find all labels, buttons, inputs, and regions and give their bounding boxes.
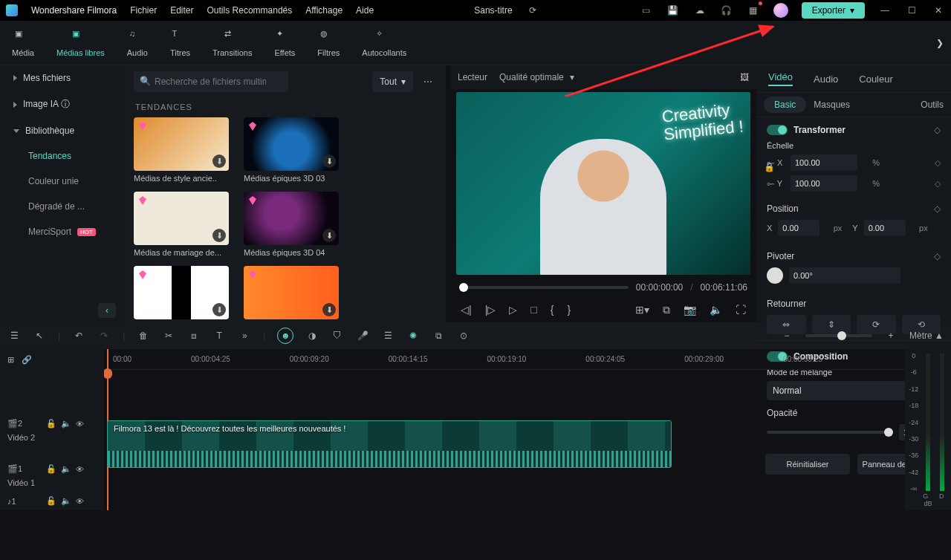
- zoom-in-icon[interactable]: +: [884, 329, 898, 342]
- align-icon[interactable]: ☰: [381, 329, 395, 342]
- mark-in-icon[interactable]: {: [551, 304, 554, 316]
- inspector-tab-audio[interactable]: Audio: [814, 74, 838, 85]
- video-preview[interactable]: CreativitySimplified !: [456, 92, 750, 275]
- nav-image-ia[interactable]: Image IA ⓘ: [0, 91, 125, 118]
- download-icon[interactable]: ⬇: [322, 154, 336, 168]
- shield-icon[interactable]: ⛉: [331, 329, 344, 342]
- inspector-tab-video[interactable]: Vidéo: [768, 71, 793, 86]
- more-tabs-icon[interactable]: ❯: [936, 38, 944, 48]
- document-title[interactable]: Sans-titre: [474, 5, 512, 16]
- meter-toggle[interactable]: Mètre ▲: [909, 331, 944, 341]
- link-icon[interactable]: 🔗: [22, 355, 32, 365]
- add-track-icon[interactable]: ⊞: [7, 355, 14, 365]
- media-thumb[interactable]: ⬇Médias de style ancie..: [134, 117, 229, 183]
- options-icon[interactable]: ☰: [7, 329, 21, 342]
- screen-icon[interactable]: ▭: [640, 4, 653, 17]
- record-icon[interactable]: ⊙: [457, 329, 470, 342]
- lock-icon[interactable]: 🔓: [46, 496, 56, 506]
- mute-icon[interactable]: 🔈: [61, 496, 71, 506]
- compare-icon[interactable]: ⧉: [663, 304, 670, 316]
- subtab-outils[interactable]: Outils: [921, 100, 944, 110]
- delete-icon[interactable]: 🗑: [137, 329, 150, 342]
- transform-toggle[interactable]: [767, 125, 788, 135]
- nav-couleur-unie[interactable]: Couleur unie: [0, 169, 125, 194]
- mic-icon[interactable]: 🎤: [356, 329, 369, 342]
- scale-y-input[interactable]: [791, 175, 857, 192]
- ratio-icon[interactable]: ⧉: [432, 329, 445, 342]
- nav-degrade[interactable]: Dégradé de ...: [0, 194, 125, 219]
- seek-bar[interactable]: [459, 286, 629, 289]
- more-options-icon[interactable]: ⋯: [419, 73, 437, 91]
- prev-clip-icon[interactable]: ◁|: [461, 304, 472, 316]
- nav-mercisport[interactable]: MerciSportHOT: [0, 219, 125, 244]
- media-thumb[interactable]: ⬇: [134, 266, 229, 322]
- menu-outils[interactable]: Outils Recommandés: [207, 5, 293, 16]
- bug-icon[interactable]: ✺: [406, 329, 420, 342]
- keyframe-icon[interactable]: ◇: [934, 204, 941, 214]
- tab-filtres[interactable]: ◍Filtres: [313, 26, 344, 60]
- text-icon[interactable]: T: [212, 329, 226, 342]
- download-icon[interactable]: ⬇: [212, 154, 226, 168]
- zoom-slider[interactable]: [805, 334, 872, 337]
- redo-icon[interactable]: ↷: [97, 329, 111, 342]
- lock-icon[interactable]: 🔓: [46, 419, 56, 429]
- lock-icon[interactable]: 🔒: [764, 162, 775, 172]
- scale-x-input[interactable]: [791, 154, 857, 171]
- minimize-icon[interactable]: —: [878, 4, 892, 17]
- rotate-input[interactable]: [789, 267, 900, 284]
- stop-icon[interactable]: □: [530, 304, 536, 316]
- eye-icon[interactable]: 👁: [76, 497, 84, 506]
- tab-autocollants[interactable]: ✧Autocollants: [357, 26, 411, 60]
- avatar[interactable]: [773, 3, 788, 18]
- play-stop-icon[interactable]: |▷: [485, 304, 496, 316]
- lock-icon[interactable]: 🔓: [46, 464, 56, 474]
- undo-icon[interactable]: ↶: [72, 329, 85, 342]
- ai-button[interactable]: ☻: [277, 328, 293, 344]
- menu-fichier[interactable]: Fichier: [130, 5, 157, 16]
- menu-affichage[interactable]: Affichage: [305, 5, 343, 16]
- collapse-sidebar-button[interactable]: ‹: [98, 303, 116, 318]
- download-icon[interactable]: ⬇: [212, 303, 226, 316]
- keyframe-icon[interactable]: ◇: [934, 125, 941, 135]
- snapshot-gallery-icon[interactable]: 🖼: [740, 72, 749, 82]
- keyframe-icon[interactable]: ◇: [935, 158, 941, 168]
- nav-tendances[interactable]: Tendances: [0, 143, 125, 169]
- download-icon[interactable]: ⬇: [322, 229, 336, 242]
- download-icon[interactable]: ⬇: [322, 303, 336, 316]
- nav-bibliotheque[interactable]: Bibliothèque: [0, 118, 125, 143]
- close-icon[interactable]: ✕: [932, 4, 945, 17]
- apps-icon[interactable]: ▦: [747, 4, 760, 17]
- cursor-icon[interactable]: ↖: [33, 329, 46, 342]
- menu-aide[interactable]: Aide: [356, 5, 374, 16]
- save-icon[interactable]: 💾: [666, 4, 680, 17]
- mute-icon[interactable]: 🔈: [61, 464, 71, 474]
- filter-dropdown[interactable]: Tout▾: [372, 71, 413, 92]
- tab-medias-libres[interactable]: ▣Médias libres: [52, 26, 109, 60]
- zoom-out-icon[interactable]: −: [780, 329, 793, 342]
- keyframe-icon[interactable]: ◇: [934, 251, 941, 261]
- headphones-icon[interactable]: 🎧: [720, 4, 733, 17]
- crop-icon[interactable]: ⧈: [187, 329, 201, 342]
- export-button[interactable]: Exporter▾: [802, 2, 865, 19]
- eye-icon[interactable]: 👁: [76, 465, 84, 474]
- subtab-masques[interactable]: Masques: [814, 100, 850, 110]
- track-a1-icon[interactable]: ♪1: [7, 497, 42, 506]
- more-tools-icon[interactable]: »: [238, 329, 251, 342]
- snapshot-icon[interactable]: 📷: [684, 304, 696, 316]
- quality-dropdown[interactable]: Qualité optimale▾: [499, 72, 574, 82]
- search-input[interactable]: [134, 71, 288, 92]
- color-icon[interactable]: ◑: [305, 329, 319, 342]
- media-thumb[interactable]: ⬇: [244, 266, 339, 322]
- inspector-tab-couleur[interactable]: Couleur: [859, 74, 893, 85]
- cloud-icon[interactable]: ☁: [693, 4, 707, 17]
- eye-icon[interactable]: 👁: [76, 420, 84, 429]
- media-thumb[interactable]: ⬇Médias épiques 3D 03: [244, 117, 339, 183]
- menu-editer[interactable]: Editer: [170, 5, 193, 16]
- tab-audio[interactable]: ♫Audio: [123, 26, 152, 60]
- tab-titres[interactable]: TTitres: [166, 26, 195, 60]
- volume-icon[interactable]: 🔈: [710, 304, 722, 316]
- mark-out-icon[interactable]: }: [567, 304, 571, 316]
- fullscreen-icon[interactable]: ⛶: [736, 304, 746, 316]
- layout-icon[interactable]: ⊞▾: [635, 304, 649, 316]
- tab-effets[interactable]: ✦Effets: [270, 26, 299, 60]
